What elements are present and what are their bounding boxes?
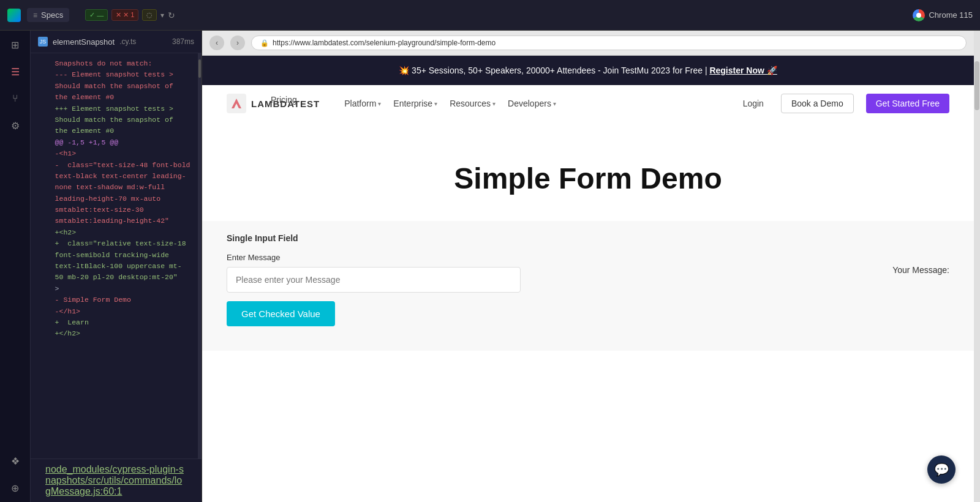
nav-item-resources[interactable]: Resources ▾ [450,99,496,108]
main-layout: ⊞ ☰ ⑂ ⚙ ❖ ⊕ JS elementSnapshot .cy.ts 38… [0,31,980,502]
fail-icon: ✕ [116,11,121,19]
message-input[interactable] [227,267,521,293]
banner-text: 💥 35+ Sessions, 50+ Speakers, 20000+ Att… [399,66,707,75]
file-time: 387ms [172,37,194,46]
log-file-path[interactable]: node_modules/cypress-plugin-snapshots/sr… [38,464,194,497]
chat-icon: 💬 [934,462,949,477]
file-icon: JS [38,37,48,47]
chrome-indicator: Chrome 115 [913,9,973,21]
chrome-icon [913,9,925,21]
refresh-button[interactable]: ↻ [168,10,175,20]
top-bar-right: Chrome 115 [913,9,973,21]
nav-item-enterprise[interactable]: Enterprise ▾ [393,99,437,108]
right-scroll-thumb[interactable] [974,61,979,110]
browser-chrome: ‹ › 🔒 https://www.lambdatest.com/seleniu… [202,31,974,56]
file-ext: .cy.ts [119,37,136,46]
specs-tab-label: Specs [41,10,63,20]
list-icon: ≡ [33,11,37,20]
sidebar-icon-branch[interactable]: ⑂ [7,91,23,107]
code-line: the element #0 [31,126,198,137]
code-line: +++ Element snapshot tests > [31,103,198,114]
code-line: font-semibold tracking-wide [31,250,198,261]
form-body: Enter Message Get Checked Value Your Mes… [227,253,949,326]
chat-button[interactable]: 💬 [927,455,956,484]
sidebar-icon-plugin[interactable]: ❖ [7,453,23,469]
scroll-track[interactable] [198,53,202,459]
chevron-down-icon: ▾ [434,100,437,107]
url-text: https://www.lambdatest.com/selenium-play… [273,39,496,47]
pending-icon: ◌ [146,11,153,19]
form-section: Single Input Field Enter Message Get Che… [202,221,974,351]
your-message-label: Your Message: [892,265,949,275]
code-line: Should match the snapshot of [31,114,198,126]
sidebar-icons: ⊞ ☰ ⑂ ⚙ ❖ ⊕ [0,31,31,502]
tab-controls: ✓ — ✕ ✕ 1 ◌ ▾ ↻ [85,9,175,21]
chevron-down-icon: ▾ [492,100,496,107]
scroll-thumb[interactable] [198,59,201,78]
code-line: - class="text-size-48 font-bold [31,160,198,171]
code-line: + Learn [31,317,198,328]
browser-pane: ‹ › 🔒 https://www.lambdatest.com/seleniu… [202,31,974,502]
get-started-button[interactable]: Get Started Free [866,94,949,113]
fail-badge: ✕ ✕ 1 [111,9,138,21]
site-banner: 💥 35+ Sessions, 50+ Speakers, 20000+ Att… [202,56,974,85]
sidebar-icon-list[interactable]: ☰ [7,64,23,80]
sidebar-icon-home[interactable]: ⊞ [7,37,23,53]
sidebar-icon-bottom[interactable]: ⊕ [7,480,23,496]
code-line: > [31,283,198,294]
specs-tab[interactable]: ≡ Specs [27,8,69,22]
back-button[interactable]: ‹ [209,36,224,50]
code-line: text-black text-center leading- [31,171,198,182]
nav-item-developers[interactable]: Developers ▾ [508,99,556,108]
lock-icon: 🔒 [260,39,269,47]
code-line: the element #0 [31,92,198,103]
field-label: Enter Message [227,253,856,262]
chevron-down-icon: ▾ [553,100,556,107]
pending-badge: ◌ [142,9,157,21]
site-hero: Simple Form Demo [202,124,974,221]
left-sidebar: ⊞ ☰ ⑂ ⚙ ❖ ⊕ JS elementSnapshot .cy.ts 38… [0,31,202,502]
code-diff-area: Snapshots do not match: --- Element snap… [31,53,198,459]
nav-top-row: LAMBDATEST Platform ▾ Enterprise ▾ Resou… [202,85,974,118]
right-scrollbar[interactable] [974,31,980,502]
book-demo-button[interactable]: Book a Demo [781,94,854,113]
code-line: +</h2> [31,328,198,339]
sidebar-icon-settings[interactable]: ⚙ [7,118,23,133]
chevron-down-icon: ▾ [378,100,381,107]
code-line: -<h1> [31,148,198,159]
code-line: Snapshots do not match: [31,58,198,69]
file-name: elementSnapshot [53,37,115,47]
check-icon: ✓ [89,11,95,19]
code-line: @@ -1,5 +1,5 @@ [31,137,198,148]
form-right: Your Message: [892,253,949,275]
lambdatest-logo-icon [227,94,246,113]
check-label: — [97,12,104,19]
check-badge: ✓ — [85,9,108,21]
nav-bottom-row: Pricing [202,118,974,124]
file-header: JS elementSnapshot .cy.ts 387ms [31,31,202,53]
tab-arrow-down[interactable]: ▾ [160,11,164,20]
app-icon [7,9,21,22]
chrome-label: Chrome 115 [929,10,973,20]
nav-item-platform[interactable]: Platform ▾ [344,99,381,108]
code-line: leading-height-70 mx-auto [31,193,198,204]
code-line: 50 mb-20 pl-20 desktop:mt-20" [31,272,198,283]
form-left: Enter Message Get Checked Value [227,253,856,326]
nav-login-button[interactable]: Login [743,99,764,108]
get-checked-value-button[interactable]: Get Checked Value [227,301,335,326]
code-line: none text-shadow md:w-full [31,182,198,193]
top-bar: ≡ Specs ✓ — ✕ ✕ 1 ◌ ▾ ↻ Chrome 115 [0,0,980,31]
code-line: text-ltBlack-100 uppercase mt- [31,261,198,272]
section-label: Single Input Field [227,233,949,243]
code-line: Should match the snapshot of [31,81,198,92]
nav-item-pricing[interactable]: Pricing [271,95,297,118]
log-file-section: node_modules/cypress-plugin-snapshots/sr… [31,459,202,502]
website-content: 💥 35+ Sessions, 50+ Speakers, 20000+ Att… [202,56,974,502]
address-bar[interactable]: 🔒 https://www.lambdatest.com/selenium-pl… [251,36,967,50]
forward-button[interactable]: › [230,36,245,50]
code-line: --- Element snapshot tests > [31,69,198,80]
code-line: + class="relative text-size-18 [31,238,198,249]
left-content: JS elementSnapshot .cy.ts 387ms Snapshot… [31,31,202,502]
register-link[interactable]: Register Now 🚀 [709,66,777,75]
code-line: -</h1> [31,306,198,317]
